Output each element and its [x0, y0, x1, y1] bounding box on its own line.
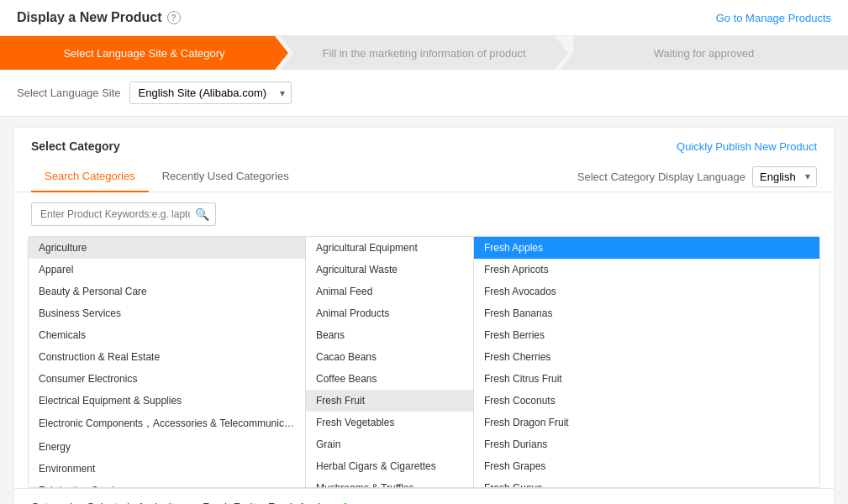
- step-1-label: Select Language Site & Category: [63, 47, 224, 60]
- category-col3-item[interactable]: Fresh Avocados: [474, 281, 819, 302]
- tabs-left: Search Categories Recently Used Categori…: [31, 161, 303, 192]
- category-col1-item[interactable]: Consumer Electronics: [29, 368, 305, 390]
- category-col3-item[interactable]: Fresh Berries: [474, 324, 819, 346]
- display-lang-select-wrapper[interactable]: English: [752, 166, 817, 187]
- category-col1-item[interactable]: Electronic Components，Accessories & Tele…: [29, 412, 305, 436]
- tab-recent-label: Recently Used Categories: [162, 170, 289, 182]
- category-col2-item[interactable]: Cacao Beans: [306, 346, 473, 368]
- category-col1-item[interactable]: Energy: [29, 436, 305, 458]
- search-icon[interactable]: 🔍: [195, 207, 209, 221]
- lang-site-select-wrapper[interactable]: English Site (Alibaba.com): [129, 81, 292, 104]
- category-col1-item[interactable]: Fabrication Services: [29, 480, 305, 487]
- language-site-row: Select Language Site English Site (Aliba…: [0, 70, 848, 117]
- category-col1-item[interactable]: Environment: [29, 458, 305, 480]
- category-col2-item[interactable]: Herbal Cigars & Cigarettes: [306, 455, 473, 477]
- category-columns: AgricultureApparelBeauty & Personal Care…: [28, 236, 820, 488]
- category-col2-item[interactable]: Grain: [306, 433, 473, 455]
- section-header: Select Category Quickly Publish New Prod…: [14, 128, 834, 153]
- section-title: Select Category: [31, 139, 120, 153]
- quickly-publish-link[interactable]: Quickly Publish New Product: [677, 140, 817, 153]
- category-col3-item[interactable]: Fresh Durians: [474, 433, 819, 455]
- category-col3-item[interactable]: Fresh Guava: [474, 477, 819, 487]
- category-col3-item[interactable]: Fresh Dragon Fruit: [474, 412, 819, 433]
- top-bar: Display a New Product ? Go to Manage Pro…: [0, 0, 848, 36]
- tab-recently-used[interactable]: Recently Used Categories: [149, 161, 303, 192]
- category-col2-item[interactable]: Coffee Beans: [306, 368, 473, 390]
- tabs-right: Select Category Display Language English: [577, 166, 817, 187]
- help-icon[interactable]: ?: [167, 11, 181, 24]
- category-col1-item[interactable]: Beauty & Personal Care: [29, 281, 305, 302]
- category-col3-item[interactable]: Fresh Apples: [474, 237, 819, 259]
- step-2: Fill in the marketing information of pro…: [280, 36, 568, 70]
- category-col3-item[interactable]: Fresh Bananas: [474, 302, 819, 324]
- category-col-3: Fresh ApplesFresh ApricotsFresh Avocados…: [474, 237, 819, 487]
- category-col3-item[interactable]: Fresh Cherries: [474, 346, 819, 368]
- category-col1-item[interactable]: Construction & Real Estate: [29, 346, 305, 368]
- status-bar: Categories Selected: Agriculture>>Fresh …: [14, 488, 834, 504]
- category-col1-item[interactable]: Electrical Equipment & Supplies: [29, 390, 305, 412]
- status-prefix: Categories Selected:: [31, 501, 133, 504]
- category-col-1: AgricultureApparelBeauty & Personal Care…: [29, 237, 306, 487]
- tabs-row: Search Categories Recently Used Categori…: [14, 161, 834, 192]
- lang-site-select[interactable]: English Site (Alibaba.com): [129, 81, 292, 104]
- category-col2-item[interactable]: Mushrooms & Truffles: [306, 477, 473, 487]
- steps-bar: Select Language Site & Category Fill in …: [0, 36, 848, 70]
- category-col1-item[interactable]: Apparel: [29, 259, 305, 281]
- category-col2-item[interactable]: Beans: [306, 324, 473, 346]
- category-col2-item[interactable]: Fresh Vegetables: [306, 412, 473, 433]
- check-icon: ✔: [337, 499, 348, 504]
- status-path: Agriculture>>Fresh Fruit>>Fresh Apples: [138, 501, 332, 504]
- category-col2-item[interactable]: Fresh Fruit: [306, 390, 473, 412]
- category-col3-item[interactable]: Fresh Grapes: [474, 455, 819, 477]
- lang-site-label: Select Language Site: [17, 87, 121, 99]
- category-col1-item[interactable]: Agriculture: [29, 237, 305, 259]
- category-col-2: Agricultural EquipmentAgricultural Waste…: [306, 237, 474, 487]
- step-2-label: Fill in the marketing information of pro…: [322, 47, 525, 60]
- display-lang-select[interactable]: English: [752, 166, 817, 187]
- category-col2-item[interactable]: Animal Feed: [306, 281, 473, 302]
- search-input[interactable]: [31, 202, 216, 226]
- category-col1-item[interactable]: Chemicals: [29, 324, 305, 346]
- step-3: Waiting for approved: [560, 36, 848, 70]
- category-col3-item[interactable]: Fresh Coconuts: [474, 390, 819, 412]
- category-col3-item[interactable]: Fresh Citrus Fruit: [474, 368, 819, 390]
- category-col2-item[interactable]: Animal Products: [306, 302, 473, 324]
- category-col2-item[interactable]: Agricultural Waste: [306, 259, 473, 281]
- category-col1-item[interactable]: Business Services: [29, 302, 305, 324]
- category-col2-item[interactable]: Agricultural Equipment: [306, 237, 473, 259]
- step-1: Select Language Site & Category: [0, 36, 288, 70]
- search-input-wrapper: 🔍: [31, 202, 216, 226]
- main-content: Select Category Quickly Publish New Prod…: [13, 127, 835, 504]
- tab-search-label: Search Categories: [45, 170, 135, 182]
- tab-search-categories[interactable]: Search Categories: [31, 161, 149, 192]
- search-row: 🔍: [14, 192, 834, 236]
- display-lang-label: Select Category Display Language: [577, 171, 745, 183]
- manage-products-link[interactable]: Go to Manage Products: [716, 12, 831, 24]
- page-title: Display a New Product ?: [17, 10, 181, 25]
- page-title-text: Display a New Product: [17, 10, 162, 25]
- category-col3-item[interactable]: Fresh Apricots: [474, 259, 819, 281]
- step-3-label: Waiting for approved: [654, 47, 754, 60]
